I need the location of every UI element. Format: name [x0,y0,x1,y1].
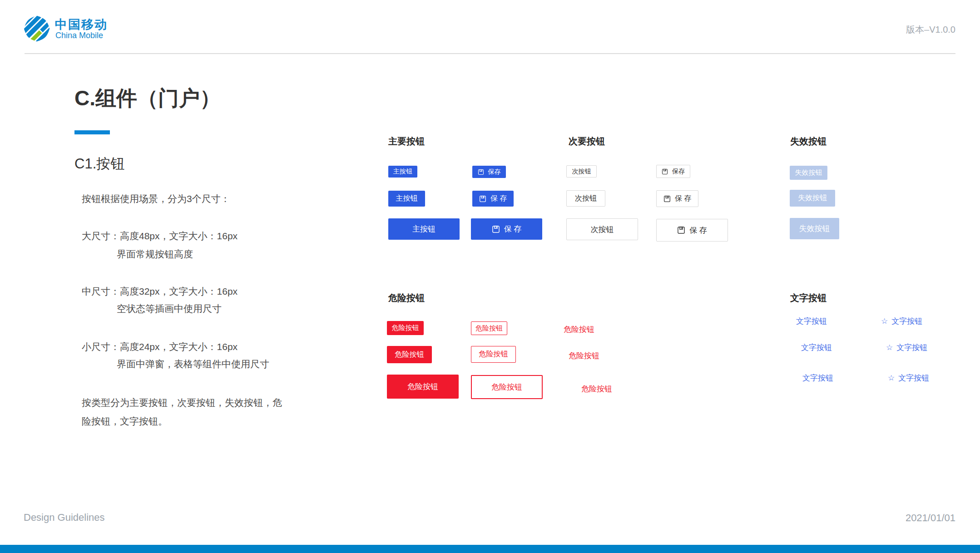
primary-save-button-small[interactable]: 保存 [472,166,506,178]
star-outline-icon: ☆ [888,373,895,383]
types-text-line2: 险按钮，文字按钮。 [82,415,168,428]
text-button-label: 文字按钮 [898,373,929,383]
text-button-star-medium[interactable]: ☆ 文字按钮 [886,342,927,353]
text-button-star-small[interactable]: ☆ 文字按钮 [881,316,922,326]
types-text-line1: 按类型分为主要按钮，次要按钮，失效按钮，危 [82,396,282,409]
design-guidelines-page: 中国移动 China Mobile 版本–V1.0.0 C.组件（门户） C1.… [0,0,980,553]
save-icon [478,169,484,175]
danger-outline-button-small[interactable]: 危险按钮 [471,321,507,335]
save-button-label: 保存 [488,168,501,176]
version-label: 版本–V1.0.0 [906,24,955,36]
star-outline-icon: ☆ [881,316,888,326]
star-outline-icon: ☆ [886,343,893,352]
primary-save-button-medium[interactable]: 保 存 [472,191,514,207]
disabled-button-large[interactable]: 失效按钮 [790,218,839,239]
secondary-button-medium[interactable]: 次按钮 [566,190,605,207]
secondary-button-large[interactable]: 次按钮 [566,218,638,240]
save-icon [662,168,668,175]
intro-text: 按钮根据使用场景，分为3个尺寸： [82,193,230,205]
size-large-usage: 界面常规按钮高度 [117,248,193,261]
primary-button-medium[interactable]: 主按钮 [388,191,425,207]
save-icon [663,195,671,202]
danger-button-medium[interactable]: 危险按钮 [387,346,432,363]
logo-text-en: China Mobile [55,31,103,40]
save-button-label: 保 存 [490,194,507,203]
group-header-text: 文字按钮 [790,292,827,304]
save-button-label: 保存 [672,168,685,176]
size-small-usage: 界面中弹窗，表格等组件中使用尺寸 [117,358,269,370]
secondary-save-button-large[interactable]: 保 存 [656,219,728,242]
danger-button-large[interactable]: 危险按钮 [387,375,459,399]
primary-button-large[interactable]: 主按钮 [388,218,460,240]
footer-date: 2021/01/01 [906,512,955,524]
page-title: C.组件（门户） [74,84,221,113]
save-button-label: 保 存 [689,225,707,236]
save-button-label: 保 存 [675,194,691,203]
save-icon [492,225,500,233]
size-medium-spec: 中尺寸：高度32px，文字大小：16px [82,285,238,298]
size-small-spec: 小尺寸：高度24px，文字大小：16px [82,341,238,353]
text-button-label: 文字按钮 [891,316,922,326]
group-header-primary: 主要按钮 [388,135,425,148]
text-button-star-large[interactable]: ☆ 文字按钮 [888,373,929,383]
header-divider [25,53,955,54]
save-icon [479,195,486,202]
text-button-label: 文字按钮 [896,342,927,353]
logo-text-cn: 中国移动 [55,16,108,33]
disabled-button-medium[interactable]: 失效按钮 [790,190,835,207]
text-button-large[interactable]: 文字按钮 [802,373,833,383]
primary-save-button-large[interactable]: 保 存 [471,218,542,240]
danger-outline-button-medium[interactable]: 危险按钮 [471,346,516,363]
title-accent-bar [74,130,110,134]
china-mobile-logo-icon [24,15,50,44]
save-button-label: 保 存 [504,224,522,234]
danger-outline-button-large[interactable]: 危险按钮 [471,375,543,399]
section-title: C1.按钮 [74,154,124,173]
danger-text-button-medium[interactable]: 危险按钮 [569,351,599,361]
danger-text-button-small[interactable]: 危险按钮 [564,324,594,335]
footer-accent-bar [0,545,980,553]
group-header-danger: 危险按钮 [388,292,425,304]
save-icon [677,226,685,234]
disabled-button-small[interactable]: 失效按钮 [790,166,827,180]
text-button-medium[interactable]: 文字按钮 [801,342,832,353]
secondary-save-button-small[interactable]: 保存 [656,165,690,178]
secondary-button-small[interactable]: 次按钮 [566,165,597,178]
group-header-secondary: 次要按钮 [569,135,605,148]
danger-text-button-large[interactable]: 危险按钮 [581,384,612,394]
group-header-disabled: 失效按钮 [790,135,827,148]
text-button-small[interactable]: 文字按钮 [796,316,827,326]
primary-button-small[interactable]: 主按钮 [388,166,417,178]
size-medium-usage: 空状态等插画中使用尺寸 [117,302,222,315]
footer-title: Design Guidelines [24,512,105,523]
secondary-save-button-medium[interactable]: 保 存 [656,190,698,207]
size-large-spec: 大尺寸：高度48px，文字大小：16px [82,230,238,242]
danger-button-small[interactable]: 危险按钮 [387,321,424,335]
